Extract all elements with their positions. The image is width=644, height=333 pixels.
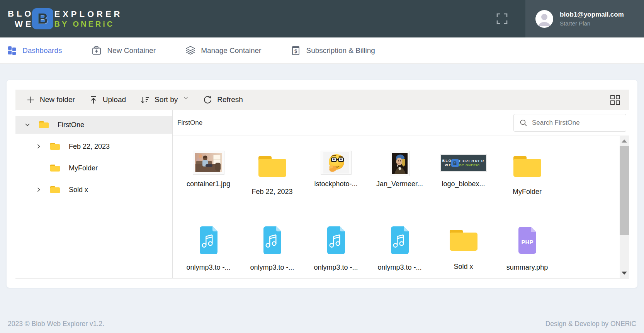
chevron-collapsed-icon[interactable] <box>36 187 42 193</box>
plus-icon <box>27 96 35 104</box>
upload-button[interactable]: Upload <box>89 95 126 104</box>
new-folder-button[interactable]: New folder <box>27 95 75 104</box>
file-tile[interactable]: BLO WE B EXPLORER BY ONERiC <box>432 151 495 196</box>
file-label: onlymp3.to -... <box>250 263 294 272</box>
file-label: MyFolder <box>513 188 542 196</box>
file-label: summary.php <box>506 263 548 272</box>
mini-logo-badge: B <box>451 159 459 167</box>
chevron-expanded-icon[interactable] <box>24 122 31 128</box>
tab-subscription-billing[interactable]: $ Subscription & Billing <box>291 46 375 56</box>
mini-logo-word-web: WE <box>442 163 452 167</box>
tab-label: Manage Container <box>201 46 261 55</box>
folder-icon <box>50 164 60 172</box>
logo-word-web: WE <box>8 19 34 29</box>
grid-view-toggle[interactable] <box>608 93 622 107</box>
footer-credit: Design & Develop by ONERiC <box>545 320 636 328</box>
explorer-panel: FirstOne Feb 22, 2023 MyFold <box>15 110 629 279</box>
logo-word-explorer: EXPLORER <box>54 9 122 19</box>
search-icon <box>520 119 527 127</box>
breadcrumb[interactable]: FirstOne <box>177 119 202 127</box>
file-tile[interactable]: istockphoto-... <box>304 151 368 196</box>
page-body: New folder Upload Sort by <box>0 64 644 333</box>
tab-new-container[interactable]: New Container <box>92 46 156 56</box>
logo-tagline: BY ONERiC <box>54 19 122 29</box>
tree-item-label: FirstOne <box>58 121 84 129</box>
footer-copyright: 2023 © Blob Web Explorer v1.2. <box>8 320 104 328</box>
grid-view-icon <box>610 95 620 105</box>
sort-by-button[interactable]: Sort by <box>140 95 188 104</box>
logo-b-badge: B <box>32 8 53 29</box>
php-file-icon: PHP <box>517 226 538 255</box>
tree-item-firstone[interactable]: FirstOne <box>15 116 172 134</box>
user-account-menu[interactable]: blob1@yopmail.com Starter Plan <box>525 0 644 37</box>
scroll-down-arrow-icon[interactable] <box>622 272 627 275</box>
explorer-toolbar: New folder Upload Sort by <box>15 90 629 110</box>
file-tile[interactable]: PHP summary.php <box>495 226 559 272</box>
painting-thumbnail <box>390 151 410 176</box>
scroll-up-arrow-icon[interactable] <box>622 139 627 143</box>
tree-item-myfolder[interactable]: MyFolder <box>15 159 172 177</box>
chevron-collapsed-icon[interactable] <box>36 143 42 150</box>
search-input[interactable] <box>532 119 617 127</box>
tab-manage-container[interactable]: Manage Container <box>185 46 261 56</box>
layers-icon <box>185 46 195 56</box>
scrollbar-thumb[interactable] <box>620 146 629 235</box>
file-tile[interactable]: onlymp3.to -... <box>240 226 304 272</box>
file-label: Sold x <box>454 263 473 271</box>
vertical-scrollbar[interactable] <box>620 136 629 278</box>
main-nav: Dashboards New Container Manage Containe… <box>0 37 644 64</box>
folder-tree: FirstOne Feb 22, 2023 MyFold <box>15 110 173 278</box>
tab-label: Dashboards <box>22 46 62 55</box>
file-label: logo_blobex... <box>442 180 485 188</box>
file-grid: container1.jpg Feb 22, 2023 <box>173 136 629 278</box>
sort-icon <box>140 96 150 104</box>
file-label: onlymp3.to -... <box>377 263 421 272</box>
new-folder-label: New folder <box>40 95 75 104</box>
music-file-icon <box>261 226 284 255</box>
tab-dashboards[interactable]: Dashboards <box>8 46 62 55</box>
tab-label: New Container <box>107 46 156 55</box>
mini-logo-word-explorer: EXPLORER <box>459 159 485 163</box>
footer: 2023 © Blob Web Explorer v1.2. Design & … <box>8 320 636 328</box>
search-box[interactable] <box>513 114 626 132</box>
emoji-thumbnail <box>321 151 352 175</box>
sort-by-label: Sort by <box>155 95 178 104</box>
file-browser: FirstOne <box>173 110 629 278</box>
billing-invoice-icon: $ <box>291 46 301 56</box>
folder-icon <box>50 142 60 151</box>
dashboard-grid-icon <box>8 46 17 55</box>
breadcrumb-bar: FirstOne <box>173 110 629 136</box>
folder-icon <box>257 154 288 178</box>
file-tile[interactable]: onlymp3.to -... <box>304 226 368 272</box>
tree-item-label: Sold x <box>69 186 88 194</box>
fullscreen-icon[interactable] <box>496 13 508 25</box>
refresh-label: Refresh <box>217 95 243 104</box>
tree-item-label: Feb 22, 2023 <box>69 143 110 151</box>
php-badge-text: PHP <box>521 239 533 245</box>
refresh-icon <box>202 95 212 104</box>
logo-thumbnail: BLO WE B EXPLORER BY ONERiC <box>440 154 487 172</box>
file-tile[interactable]: Sold x <box>432 226 495 272</box>
folder-plus-icon <box>92 46 102 56</box>
user-plan-badge: Starter Plan <box>560 20 624 27</box>
music-file-icon <box>197 226 220 255</box>
tree-item-sold-x[interactable]: Sold x <box>15 181 172 199</box>
music-file-icon <box>325 226 347 255</box>
refresh-button[interactable]: Refresh <box>202 95 243 104</box>
file-label: istockphoto-... <box>314 180 357 188</box>
avatar <box>535 10 553 28</box>
folder-icon <box>512 154 543 178</box>
tree-item-feb-22-2023[interactable]: Feb 22, 2023 <box>15 138 172 155</box>
file-tile[interactable]: Jan_Vermeer... <box>368 151 432 196</box>
explorer-card: New folder Upload Sort by <box>7 80 637 288</box>
file-tile[interactable]: onlymp3.to -... <box>368 226 432 272</box>
file-tile[interactable]: container1.jpg <box>177 151 240 196</box>
upload-label: Upload <box>103 95 126 104</box>
file-tile[interactable]: MyFolder <box>495 151 559 196</box>
folder-icon <box>448 228 479 252</box>
upload-icon <box>89 95 98 104</box>
chevron-down-icon <box>184 97 188 100</box>
top-header: BLO WE B EXPLORER BY ONERiC blob1@yopmai… <box>0 0 644 37</box>
file-tile[interactable]: onlymp3.to -... <box>177 226 240 272</box>
file-tile[interactable]: Feb 22, 2023 <box>240 151 304 196</box>
